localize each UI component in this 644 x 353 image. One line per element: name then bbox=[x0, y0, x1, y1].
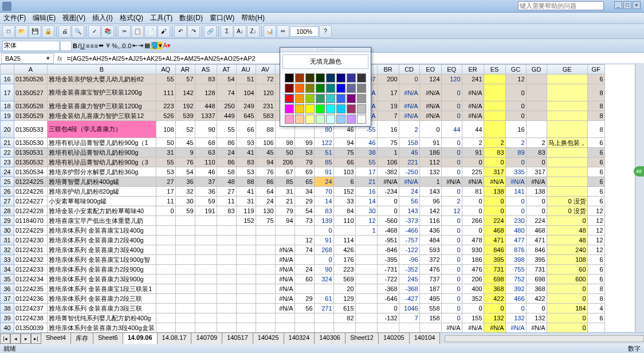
format-painter-button[interactable]: 🖌 bbox=[158, 25, 170, 38]
cell[interactable]: 70 bbox=[314, 187, 333, 197]
cell[interactable]: 476 bbox=[419, 265, 441, 274]
cell[interactable]: 478 bbox=[462, 236, 484, 245]
cell[interactable]: 76 bbox=[256, 167, 275, 177]
tab-prev-button[interactable]: ◂ bbox=[10, 334, 21, 344]
cell[interactable] bbox=[294, 226, 314, 236]
permission-button[interactable]: 🔒 bbox=[42, 25, 54, 38]
cell[interactable]: 422 bbox=[484, 294, 505, 304]
cell[interactable]: 110 bbox=[195, 158, 217, 167]
cell[interactable]: 20 bbox=[333, 284, 355, 294]
column-header[interactable]: AT bbox=[217, 65, 236, 74]
cell[interactable]: 4 bbox=[587, 304, 604, 313]
cell[interactable] bbox=[195, 236, 217, 245]
hyperlink-button[interactable]: 🔗 bbox=[204, 25, 217, 38]
paste-button[interactable]: 📄 bbox=[144, 25, 157, 38]
cell[interactable]: 846 bbox=[484, 245, 505, 255]
cell[interactable]: 223 bbox=[333, 265, 355, 274]
column-header[interactable]: GE bbox=[547, 65, 587, 74]
cell[interactable]: 400 bbox=[462, 284, 484, 294]
cell[interactable]: 雅培菁智优纯系列婴儿配方奶粉400g bbox=[48, 313, 156, 323]
cell[interactable] bbox=[236, 245, 256, 255]
cell[interactable] bbox=[547, 167, 587, 177]
merge-button[interactable]: ⬌ bbox=[99, 42, 104, 49]
cell[interactable]: 6 bbox=[587, 187, 604, 197]
cell[interactable]: -757 bbox=[399, 236, 419, 245]
column-header[interactable]: GC bbox=[505, 65, 526, 74]
zoom-combo[interactable] bbox=[290, 26, 319, 37]
color-swatch[interactable] bbox=[357, 104, 366, 113]
cell[interactable]: 6 bbox=[587, 265, 604, 274]
cell[interactable] bbox=[236, 265, 256, 274]
cell[interactable]: 雅培喜康宝早产低出生体重婴儿奶 bbox=[48, 216, 156, 226]
cell[interactable]: 2 bbox=[441, 197, 462, 206]
column-header[interactable]: A bbox=[14, 65, 48, 74]
cell[interactable]: 0 bbox=[505, 111, 526, 121]
tab-next-button[interactable]: ▸ bbox=[21, 334, 31, 344]
color-swatch[interactable] bbox=[305, 115, 315, 124]
cell[interactable]: 16 bbox=[505, 121, 526, 138]
color-swatch[interactable] bbox=[305, 94, 315, 103]
cell[interactable]: 53 bbox=[294, 148, 314, 158]
cell[interactable]: #N/A bbox=[505, 177, 526, 187]
cell[interactable] bbox=[547, 111, 587, 121]
horizontal-scrollbar[interactable] bbox=[445, 334, 644, 343]
cell[interactable]: 57 bbox=[175, 74, 195, 84]
cell[interactable] bbox=[236, 313, 256, 323]
color-swatch[interactable] bbox=[326, 84, 335, 93]
cell[interactable] bbox=[217, 294, 236, 304]
cell[interactable] bbox=[526, 84, 547, 101]
cell[interactable]: 12 bbox=[587, 226, 604, 236]
cell[interactable]: 01224238 bbox=[14, 313, 48, 323]
copy-button[interactable]: 📋 bbox=[131, 25, 144, 38]
column-header[interactable]: EQ bbox=[441, 65, 462, 74]
cell[interactable] bbox=[175, 294, 195, 304]
menu-view[interactable]: 视图(V) bbox=[62, 13, 85, 23]
cell[interactable] bbox=[217, 245, 236, 255]
decrease-indent-button[interactable]: ⇤ bbox=[132, 42, 138, 49]
cell[interactable]: 1 bbox=[355, 226, 377, 236]
cell[interactable] bbox=[314, 284, 333, 294]
cell[interactable]: 12 bbox=[505, 74, 526, 84]
cell[interactable] bbox=[355, 294, 377, 304]
cell[interactable]: 01224234 bbox=[14, 274, 48, 284]
row-header[interactable]: 17 bbox=[1, 84, 14, 101]
cell[interactable]: 0 bbox=[441, 236, 462, 245]
spell-button[interactable]: ✓ bbox=[88, 25, 101, 38]
cell[interactable] bbox=[195, 265, 217, 274]
cell[interactable]: 72 bbox=[256, 74, 275, 84]
cell[interactable]: 01350526 bbox=[14, 74, 48, 84]
cell[interactable]: #N/A bbox=[275, 274, 294, 284]
row-header[interactable]: 27 bbox=[1, 197, 14, 206]
cell[interactable] bbox=[156, 255, 175, 265]
cell[interactable]: 539 bbox=[175, 111, 195, 121]
cell[interactable]: 2 bbox=[505, 138, 526, 148]
color-swatch[interactable] bbox=[295, 104, 304, 113]
cell[interactable] bbox=[419, 323, 441, 333]
cell[interactable]: 0 bbox=[441, 216, 462, 226]
color-swatch[interactable] bbox=[357, 115, 366, 124]
cell[interactable]: 158 bbox=[399, 138, 419, 148]
color-swatch[interactable] bbox=[357, 94, 366, 103]
cell[interactable]: 335 bbox=[505, 167, 526, 177]
cell[interactable]: 225 bbox=[462, 167, 484, 177]
cell[interactable]: 01350532 bbox=[14, 158, 48, 167]
column-header[interactable]: BR bbox=[377, 65, 399, 74]
cell[interactable]: 21 bbox=[355, 177, 377, 187]
cell[interactable] bbox=[355, 245, 377, 255]
cell[interactable] bbox=[355, 313, 377, 323]
cell[interactable]: 83 bbox=[484, 148, 505, 158]
cell[interactable]: 8 bbox=[587, 294, 604, 304]
cell[interactable] bbox=[195, 226, 217, 236]
cell[interactable]: #N/A bbox=[441, 177, 462, 187]
cell[interactable]: 0 bbox=[441, 304, 462, 313]
cell[interactable]: #N/A bbox=[462, 111, 484, 121]
cell[interactable]: 0 bbox=[462, 206, 484, 216]
cell[interactable]: 雅培亲体系列 金装喜康宝1段三联装1 bbox=[48, 284, 156, 294]
cell[interactable]: 0 bbox=[526, 304, 547, 313]
close-button[interactable]: × bbox=[633, 1, 641, 9]
cell[interactable]: 81 bbox=[462, 187, 484, 197]
cell[interactable] bbox=[526, 74, 547, 84]
cell[interactable]: 0 bbox=[547, 323, 587, 333]
cell[interactable]: #N/A bbox=[441, 323, 462, 333]
cell[interactable] bbox=[355, 255, 377, 265]
